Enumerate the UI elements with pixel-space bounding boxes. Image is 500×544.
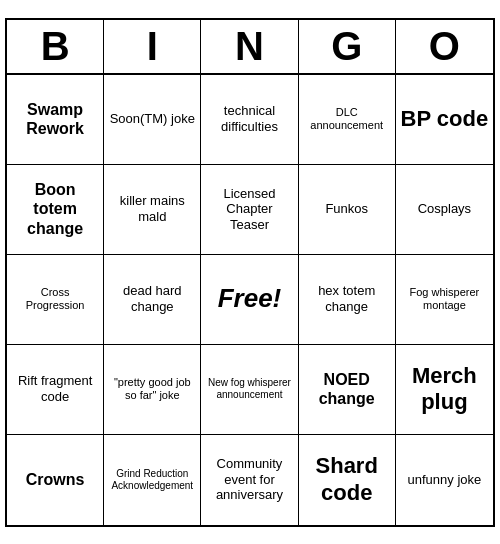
bingo-cell-16[interactable]: "pretty good job so far" joke xyxy=(104,345,201,435)
bingo-header: BINGO xyxy=(7,20,493,75)
bingo-cell-14[interactable]: Fog whisperer montage xyxy=(396,255,493,345)
bingo-cell-21[interactable]: Grind Reduction Acknowledgement xyxy=(104,435,201,525)
cell-text: Boon totem change xyxy=(11,180,99,238)
cell-text: DLC announcement xyxy=(303,106,391,132)
bingo-cell-2[interactable]: technical difficulties xyxy=(201,75,298,165)
cell-text: Licensed Chapter Teaser xyxy=(205,186,293,233)
cell-text: Free! xyxy=(218,283,282,314)
cell-text: technical difficulties xyxy=(205,103,293,134)
cell-text: killer mains mald xyxy=(108,193,196,224)
bingo-cell-24[interactable]: unfunny joke xyxy=(396,435,493,525)
cell-text: Grind Reduction Acknowledgement xyxy=(108,468,196,492)
cell-text: Cross Progression xyxy=(11,286,99,312)
header-letter: B xyxy=(7,20,104,73)
cell-text: Swamp Rework xyxy=(11,100,99,138)
header-letter: O xyxy=(396,20,493,73)
cell-text: New fog whisperer announcement xyxy=(205,377,293,401)
bingo-cell-6[interactable]: killer mains mald xyxy=(104,165,201,255)
cell-text: Cosplays xyxy=(418,201,471,217)
cell-text: NOED change xyxy=(303,370,391,408)
cell-text: Fog whisperer montage xyxy=(400,286,489,312)
bingo-cell-7[interactable]: Licensed Chapter Teaser xyxy=(201,165,298,255)
bingo-cell-18[interactable]: NOED change xyxy=(299,345,396,435)
cell-text: "pretty good job so far" joke xyxy=(108,376,196,402)
cell-text: Rift fragment code xyxy=(11,373,99,404)
bingo-cell-15[interactable]: Rift fragment code xyxy=(7,345,104,435)
bingo-cell-9[interactable]: Cosplays xyxy=(396,165,493,255)
header-letter: N xyxy=(201,20,298,73)
bingo-cell-13[interactable]: hex totem change xyxy=(299,255,396,345)
bingo-cell-22[interactable]: Community event for anniversary xyxy=(201,435,298,525)
header-letter: I xyxy=(104,20,201,73)
cell-text: Merch plug xyxy=(400,363,489,416)
cell-text: Shard code xyxy=(303,453,391,506)
cell-text: BP code xyxy=(401,106,489,132)
header-letter: G xyxy=(299,20,396,73)
bingo-cell-3[interactable]: DLC announcement xyxy=(299,75,396,165)
bingo-cell-12[interactable]: Free! xyxy=(201,255,298,345)
cell-text: Funkos xyxy=(325,201,368,217)
bingo-cell-8[interactable]: Funkos xyxy=(299,165,396,255)
cell-text: Crowns xyxy=(26,470,85,489)
bingo-cell-11[interactable]: dead hard change xyxy=(104,255,201,345)
bingo-cell-4[interactable]: BP code xyxy=(396,75,493,165)
bingo-grid: Swamp ReworkSoon(TM) joketechnical diffi… xyxy=(7,75,493,525)
bingo-cell-20[interactable]: Crowns xyxy=(7,435,104,525)
cell-text: unfunny joke xyxy=(408,472,482,488)
cell-text: hex totem change xyxy=(303,283,391,314)
bingo-cell-10[interactable]: Cross Progression xyxy=(7,255,104,345)
bingo-cell-23[interactable]: Shard code xyxy=(299,435,396,525)
cell-text: dead hard change xyxy=(108,283,196,314)
bingo-cell-1[interactable]: Soon(TM) joke xyxy=(104,75,201,165)
cell-text: Soon(TM) joke xyxy=(110,111,195,127)
bingo-cell-19[interactable]: Merch plug xyxy=(396,345,493,435)
bingo-card: BINGO Swamp ReworkSoon(TM) joketechnical… xyxy=(5,18,495,527)
bingo-cell-17[interactable]: New fog whisperer announcement xyxy=(201,345,298,435)
bingo-cell-0[interactable]: Swamp Rework xyxy=(7,75,104,165)
cell-text: Community event for anniversary xyxy=(205,456,293,503)
bingo-cell-5[interactable]: Boon totem change xyxy=(7,165,104,255)
